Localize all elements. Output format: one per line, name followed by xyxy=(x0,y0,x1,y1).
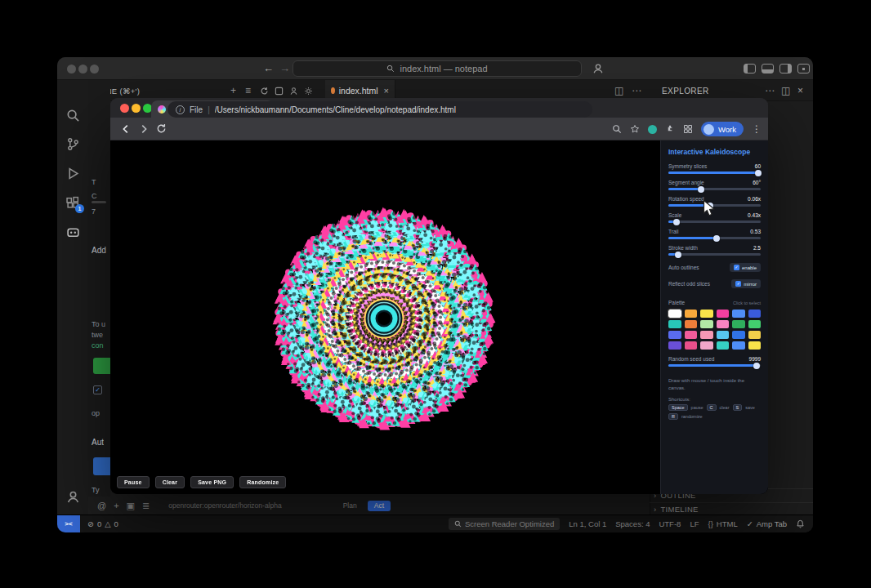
palette-swatch[interactable] xyxy=(717,331,730,339)
source-control-icon[interactable] xyxy=(66,137,80,151)
amp-tab-status[interactable]: ✓Amp Tab xyxy=(747,519,787,528)
palette-swatch[interactable] xyxy=(668,341,681,350)
palette-swatch[interactable] xyxy=(668,310,681,318)
puzzle-extensions-icon[interactable] xyxy=(665,124,675,134)
palette-swatch[interactable] xyxy=(685,320,698,328)
palette-swatch[interactable] xyxy=(668,331,681,339)
palette-swatch[interactable] xyxy=(685,341,698,350)
search-icon[interactable] xyxy=(612,124,622,134)
close-window-button[interactable] xyxy=(120,104,129,113)
open-in-editor-icon[interactable] xyxy=(275,87,284,96)
info-icon[interactable]: i xyxy=(176,105,185,114)
minimize-window-button[interactable] xyxy=(78,65,87,74)
zoom-window-button[interactable] xyxy=(90,65,99,74)
save-png-button[interactable]: Save PNG xyxy=(190,476,234,488)
cursor-position-status[interactable]: Ln 1, Col 1 xyxy=(569,519,606,528)
slider-thumb[interactable] xyxy=(755,170,762,176)
scale-slider[interactable] xyxy=(668,220,761,223)
browser-menu-icon[interactable]: ⋮ xyxy=(752,123,762,135)
palette-swatch[interactable] xyxy=(732,320,745,328)
palette-swatch[interactable] xyxy=(700,320,713,328)
cline-robot-icon[interactable] xyxy=(66,225,80,239)
extension-icon[interactable] xyxy=(648,125,657,134)
forward-icon[interactable] xyxy=(138,123,150,135)
palette-swatch[interactable] xyxy=(732,331,745,339)
palette-swatch[interactable] xyxy=(685,331,698,339)
approve-button-fragment[interactable] xyxy=(93,358,110,374)
palette-swatch[interactable] xyxy=(717,310,730,318)
slider-thumb[interactable] xyxy=(698,186,704,193)
palette-swatch[interactable] xyxy=(748,341,762,350)
account-icon[interactable] xyxy=(289,87,298,96)
profile-chip[interactable]: Work xyxy=(701,122,744,136)
encoding-status[interactable]: UTF-8 xyxy=(659,519,681,528)
reload-icon[interactable] xyxy=(156,123,167,134)
toggle-panel-icon[interactable] xyxy=(762,64,774,74)
palette-swatch[interactable] xyxy=(685,310,698,318)
vscode-command-center[interactable]: index.html — notepad xyxy=(293,60,582,77)
palette-swatch[interactable] xyxy=(748,320,762,328)
clear-button[interactable]: Clear xyxy=(155,476,185,488)
auto-outlines-toggle[interactable]: ✓enable xyxy=(730,263,761,272)
randomize-button[interactable]: Randomize xyxy=(239,476,286,488)
close-tab-icon[interactable]: × xyxy=(384,86,389,96)
customize-layout-icon[interactable] xyxy=(797,64,810,74)
palette-swatch[interactable] xyxy=(700,331,713,339)
act-toggle[interactable]: Act xyxy=(368,501,391,511)
close-window-button[interactable] xyxy=(67,65,76,74)
mention-icon[interactable]: @ xyxy=(97,501,106,510)
menu-icon[interactable]: ≣ xyxy=(142,501,150,511)
palette-swatch[interactable] xyxy=(717,341,730,350)
slider-thumb[interactable] xyxy=(673,219,680,225)
tab-groups-icon[interactable] xyxy=(683,124,693,134)
pause-button[interactable]: Pause xyxy=(117,476,150,488)
minimize-window-button[interactable] xyxy=(132,104,141,113)
run-debug-icon[interactable] xyxy=(66,167,80,180)
palette-swatch[interactable] xyxy=(668,320,681,328)
slider-thumb[interactable] xyxy=(675,252,681,258)
new-task-icon[interactable]: + xyxy=(230,85,236,96)
settings-gear-icon[interactable] xyxy=(304,87,313,96)
slider-thumb[interactable] xyxy=(713,235,720,242)
segment-angle-slider[interactable] xyxy=(668,188,761,190)
timeline-section[interactable]: ›TIMELINE xyxy=(650,502,813,515)
image-icon[interactable]: ▣ xyxy=(127,501,135,511)
history-icon[interactable] xyxy=(260,87,269,96)
language-status[interactable]: {}HTML xyxy=(708,519,737,528)
seed-slider[interactable] xyxy=(668,364,761,367)
back-icon[interactable] xyxy=(120,123,132,135)
plan-toggle[interactable]: Plan xyxy=(343,501,357,510)
account-icon[interactable] xyxy=(66,490,80,504)
screen-reader-status[interactable]: Screen Reader Optimized xyxy=(449,518,560,530)
eol-status[interactable]: LF xyxy=(690,519,699,528)
palette-swatch[interactable] xyxy=(732,341,745,350)
palette-swatch[interactable] xyxy=(717,320,730,328)
reflect-slices-toggle[interactable]: ✓mirror xyxy=(731,279,761,288)
primary-button-fragment[interactable] xyxy=(93,457,110,475)
indentation-status[interactable]: Spaces: 4 xyxy=(615,519,650,528)
search-icon[interactable] xyxy=(66,109,80,122)
stroke-width-slider[interactable] xyxy=(668,253,761,256)
explorer-more-actions-icon[interactable]: ⋯ xyxy=(765,85,775,96)
restore-panel-icon[interactable]: ◫ xyxy=(781,85,790,96)
palette-swatch[interactable] xyxy=(732,310,745,318)
palette-swatch[interactable] xyxy=(748,310,762,318)
address-bar[interactable]: i File | /Users/nickbaumann/Documents/Cl… xyxy=(168,101,592,118)
history-back-icon[interactable]: ← xyxy=(263,62,274,74)
editor-more-actions-icon[interactable]: ⋯ xyxy=(632,85,641,96)
split-editor-icon[interactable]: ◫ xyxy=(614,85,623,96)
trail-slider[interactable] xyxy=(668,237,761,239)
task-list-icon[interactable]: ≡ xyxy=(245,85,251,96)
notifications-bell-icon[interactable] xyxy=(796,519,805,528)
history-forward-icon[interactable]: → xyxy=(279,62,290,74)
palette-swatch[interactable] xyxy=(748,331,762,339)
palette-swatch[interactable] xyxy=(700,341,713,350)
toggle-secondary-sidebar-icon[interactable] xyxy=(779,64,792,74)
bookmark-star-icon[interactable] xyxy=(630,124,640,134)
model-name[interactable]: openrouter:openrouter/horizon-alpha xyxy=(168,501,281,510)
close-panel-icon[interactable]: × xyxy=(797,85,803,96)
toggle-primary-sidebar-icon[interactable] xyxy=(744,64,756,74)
checkbox[interactable]: ✓ xyxy=(93,385,102,394)
palette-swatch[interactable] xyxy=(700,310,713,318)
symmetry-slider[interactable] xyxy=(668,172,761,174)
